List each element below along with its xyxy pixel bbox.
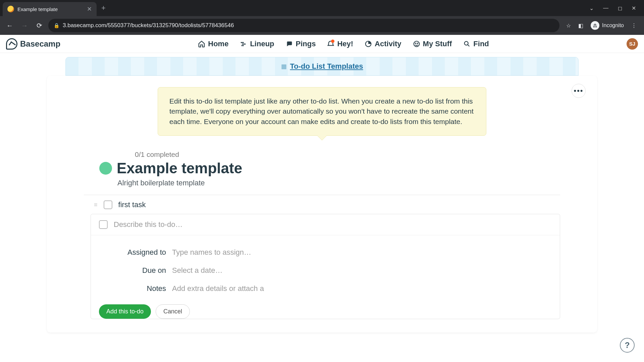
breadcrumb: ▦ To-do List Templates [65,57,579,76]
logo-text: Basecamp [20,39,60,49]
logo-mark-icon [6,38,17,50]
lineup-icon [240,40,247,48]
drag-handle-icon[interactable]: ≡ [94,201,98,208]
svg-point-5 [415,43,416,44]
search-icon [463,40,471,48]
new-task-checkbox[interactable] [99,220,108,229]
nav-pings-label: Pings [296,40,316,48]
nav-find[interactable]: Find [463,40,489,48]
address-bar[interactable]: 🔒 3.basecamp.com/5550377/buckets/3132579… [48,19,559,32]
status-dot-icon [99,162,112,175]
url-text: 3.basecamp.com/5550377/buckets/31325790/… [63,22,234,29]
task-checkbox[interactable] [104,200,112,209]
progress-text: 0/1 completed [135,150,597,159]
notes-label: Notes [99,284,166,293]
notification-dot-icon [331,40,334,43]
tab-favicon-icon [7,6,14,12]
add-todo-button[interactable]: Add this to-do [99,304,151,319]
browser-tab[interactable]: Example template ✕ [3,2,97,16]
close-tab-button[interactable]: ✕ [87,5,92,13]
user-avatar[interactable]: SJ [627,38,638,50]
forward-button[interactable]: → [19,20,30,31]
svg-rect-1 [242,44,246,45]
nav-lineup[interactable]: Lineup [240,40,274,48]
back-button[interactable]: ← [4,20,15,31]
more-options-button[interactable]: ••• [572,84,586,98]
home-icon [198,40,205,48]
browser-menu-button[interactable]: ⋮ [631,22,637,29]
new-tab-button[interactable]: + [97,4,110,12]
breadcrumb-link[interactable]: To-do List Templates [290,62,363,71]
help-button[interactable]: ? [620,338,635,353]
mystuff-icon [413,40,420,48]
extensions-button[interactable]: ◧ [578,22,583,29]
assigned-to-label: Assigned to [99,248,166,257]
nav-hey[interactable]: Hey! [327,40,353,48]
bookmark-star-button[interactable]: ☆ [566,22,571,29]
notes-input[interactable] [172,284,264,293]
nav-hey-label: Hey! [337,40,353,48]
avatar-initials: SJ [629,41,635,47]
incognito-icon [591,21,599,30]
lock-icon: 🔒 [54,23,59,28]
activity-icon [365,40,372,48]
list-title: Example template [117,160,242,177]
nav-home[interactable]: Home [198,40,228,48]
nav-pings[interactable]: Pings [286,40,316,48]
svg-rect-0 [241,42,244,43]
nav-mystuff-label: My Stuff [423,40,452,48]
tabs-dropdown-button[interactable]: ⌄ [589,5,594,11]
svg-point-4 [414,41,419,47]
assigned-to-input[interactable] [172,248,264,257]
task-label[interactable]: first task [118,200,146,209]
nav-mystuff[interactable]: My Stuff [413,40,452,48]
window-close-button[interactable]: ✕ [632,5,636,11]
info-callout: Edit this to-do list template just like … [158,87,486,136]
callout-text: Edit this to-do list template just like … [169,97,474,125]
pings-icon [286,40,293,48]
nav-lineup-label: Lineup [250,40,274,48]
list-description: Alright boilerplate template [117,179,597,187]
new-task-input[interactable] [114,220,552,229]
grid-icon: ▦ [281,63,287,70]
help-icon: ? [625,341,630,350]
due-on-input[interactable] [172,266,264,275]
svg-point-6 [417,43,418,44]
cancel-button[interactable]: Cancel [156,304,190,319]
nav-activity-label: Activity [375,40,401,48]
svg-rect-2 [241,45,244,46]
tab-title: Example template [17,6,84,12]
minimize-button[interactable]: ― [603,5,608,11]
due-on-label: Due on [99,266,166,275]
incognito-indicator[interactable]: Incognito [591,21,624,30]
maximize-button[interactable]: ◻ [618,5,622,11]
task-row[interactable]: ≡ first task [47,195,597,213]
new-task-form: Assigned to Due on Notes Add this to-do … [91,214,560,319]
reload-button[interactable]: ⟳ [34,20,45,31]
basecamp-logo[interactable]: Basecamp [6,38,60,50]
hey-icon [327,40,334,48]
nav-find-label: Find [473,40,489,48]
nav-activity[interactable]: Activity [365,40,401,48]
incognito-label: Incognito [602,22,624,28]
svg-point-7 [465,41,468,45]
nav-home-label: Home [208,40,228,48]
